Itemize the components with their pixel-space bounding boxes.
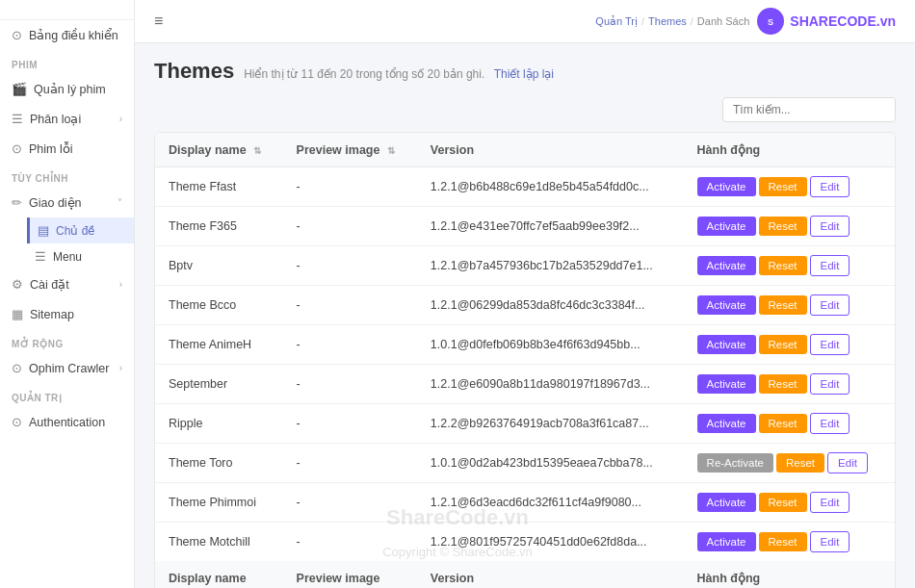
reset-button[interactable]: Reset (759, 493, 807, 512)
sort-icon: ⇅ (387, 145, 395, 156)
edit-button[interactable]: Edit (810, 334, 850, 355)
activate-button[interactable]: Activate (697, 493, 756, 512)
table-row: Theme Toro-1.0.1@0d2ab423bd15395eaea7cbb… (155, 444, 895, 483)
cell-preview: - (283, 523, 417, 562)
edit-button[interactable]: Edit (810, 176, 850, 197)
sidebar-item-cai-dat[interactable]: ⚙ Cài đặt › (0, 269, 134, 299)
edit-button[interactable]: Edit (810, 492, 850, 513)
cell-display-name: Theme F365 (155, 207, 283, 246)
breadcrumb-current: Danh Sách (697, 15, 749, 27)
list-icon: ☰ (12, 112, 23, 126)
reset-button[interactable]: Reset (759, 256, 807, 275)
cell-display-name: Theme Motchill (155, 523, 283, 562)
reset-button[interactable]: Reset (759, 295, 807, 315)
cell-preview: - (283, 404, 417, 444)
cell-preview: - (283, 286, 417, 325)
cell-display-name: Bptv (155, 246, 283, 286)
sidebar-item-menu[interactable]: ☰ Menu (27, 243, 134, 269)
page-header: Themes Hiển thị từ 11 đến 20 trong tổng … (154, 59, 896, 84)
sidebar-item-label: Quản lý phim (34, 82, 106, 96)
table-row: Bptv-1.2.1@b7a457936bc17b2a53529dd7e1...… (155, 246, 895, 286)
breadcrumb: Quản Trị / Themes / Danh Sách (595, 15, 749, 28)
sidebar: ⊙ Bảng điều khiển PHIM 🎬 Quản lý phim ☰ … (0, 0, 135, 588)
edit-button[interactable]: Edit (810, 255, 850, 276)
reset-button[interactable]: Reset (759, 335, 807, 354)
sidebar-item-dashboard[interactable]: ⊙ Bảng điều khiển (0, 20, 134, 50)
cell-display-name: September (155, 365, 283, 404)
cell-version: 1.2.1@b6b488c69e1d8e5b45a54fdd0c... (417, 167, 684, 207)
reset-button[interactable]: Reset (776, 453, 824, 473)
search-input[interactable] (722, 97, 896, 122)
cell-actions: ActivateResetEdit (684, 167, 895, 207)
reset-button[interactable]: Reset (759, 374, 807, 394)
reset-button[interactable]: Reset (759, 217, 807, 236)
table-row: Theme F365-1.2.1@e431ee70ffc7ef5aab99ee3… (155, 207, 895, 246)
sidebar-item-chu-de[interactable]: ▤ Chủ đề (27, 217, 134, 243)
hamburger-icon[interactable]: ≡ (154, 13, 163, 30)
activate-button[interactable]: Activate (697, 256, 756, 275)
section-tuy-chinh: TÙY CHỈNH (0, 164, 134, 188)
foot-col-action: Hành động (684, 561, 895, 588)
sidebar-item-label: Bảng điều khiển (29, 28, 118, 42)
col-action: Hành động (684, 133, 895, 167)
sidebar-item-label: Phân loại (30, 112, 81, 126)
sidebar-item-label: Phim lỗi (29, 141, 73, 156)
sitemap-icon: ▦ (12, 307, 23, 321)
reset-button[interactable]: Reset (759, 414, 807, 433)
settings-icon: ⚙ (12, 277, 23, 292)
activate-button[interactable]: Activate (697, 217, 756, 236)
breadcrumb-themes[interactable]: Themes (648, 15, 687, 27)
cell-preview: - (283, 483, 417, 523)
edit-button[interactable]: Edit (827, 452, 868, 473)
topbar-logo: S SHARECODE.vn (757, 8, 896, 35)
cell-display-name: Theme AnimeH (155, 325, 283, 365)
logo-icon: S (757, 8, 784, 35)
themes-table-wrap: Display name ⇅ Preview image ⇅ Version H… (154, 132, 896, 588)
sidebar-item-phan-loai[interactable]: ☰ Phân loại › (0, 104, 134, 134)
edit-button[interactable]: Edit (810, 413, 850, 434)
activate-button[interactable]: Activate (697, 177, 756, 196)
cell-version: 1.2.1@06299da853da8fc46dc3c3384f... (417, 286, 684, 325)
logo-text: SHARECODE.vn (790, 13, 896, 29)
topbar-right: Quản Trị / Themes / Danh Sách S SHARECOD… (595, 8, 896, 35)
edit-button[interactable]: Edit (810, 216, 850, 237)
theme-icon: ▤ (38, 223, 49, 238)
cell-display-name: Theme Toro (155, 444, 283, 483)
activate-button[interactable]: Activate (697, 374, 756, 394)
edit-button[interactable]: Edit (810, 294, 850, 316)
activate-button[interactable]: Activate (697, 532, 756, 551)
sidebar-item-quan-ly-phim[interactable]: 🎬 Quản lý phim (0, 74, 134, 104)
reactivate-button[interactable]: Re-Activate (697, 453, 773, 473)
content-area: Themes Hiển thị từ 11 đến 20 trong tổng … (135, 43, 915, 588)
search-row (154, 97, 896, 122)
cell-actions: ActivateResetEdit (684, 404, 895, 444)
table-row: September-1.2.1@e6090a8b11da980197f18967… (155, 365, 895, 404)
edit-button[interactable]: Edit (810, 531, 850, 552)
cell-preview: - (283, 325, 417, 365)
svg-text:S: S (768, 17, 773, 27)
sidebar-item-authentication[interactable]: ⊙ Authentication (0, 407, 134, 437)
cell-preview: - (283, 365, 417, 404)
menu-icon: ☰ (35, 249, 46, 264)
sidebar-item-sitemap[interactable]: ▦ Sitemap (0, 299, 134, 329)
cell-display-name: Theme Bcco (155, 286, 283, 325)
sidebar-item-ophim-crawler[interactable]: ⊙ Ophim Crawler › (0, 353, 134, 383)
activate-button[interactable]: Activate (697, 335, 756, 354)
foot-col-version: Version (417, 561, 684, 588)
sidebar-item-giao-dien[interactable]: ✏ Giao diện ˅ (0, 188, 134, 217)
cell-version: 1.0.1@d0fefb069b8b3e4f6f63d945bb... (417, 325, 684, 365)
breadcrumb-admin[interactable]: Quản Trị (595, 15, 638, 28)
table-row: Theme Motchill-1.2.1@801f95725740451dd0e… (155, 523, 895, 562)
reset-link[interactable]: Thiết lập lại (494, 67, 554, 81)
auth-icon: ⊙ (12, 415, 22, 429)
table-row: Theme Bcco-1.2.1@06299da853da8fc46dc3c33… (155, 286, 895, 325)
sidebar-item-label: Sitemap (30, 308, 74, 321)
cell-version: 1.0.1@0d2ab423bd15395eaea7cbba78... (417, 444, 684, 483)
col-version: Version (417, 133, 684, 167)
reset-button[interactable]: Reset (759, 532, 807, 551)
activate-button[interactable]: Activate (697, 295, 756, 315)
edit-button[interactable]: Edit (810, 373, 850, 395)
reset-button[interactable]: Reset (759, 177, 807, 196)
sidebar-item-phim-loi[interactable]: ⊙ Phim lỗi (0, 134, 134, 164)
activate-button[interactable]: Activate (697, 414, 756, 433)
